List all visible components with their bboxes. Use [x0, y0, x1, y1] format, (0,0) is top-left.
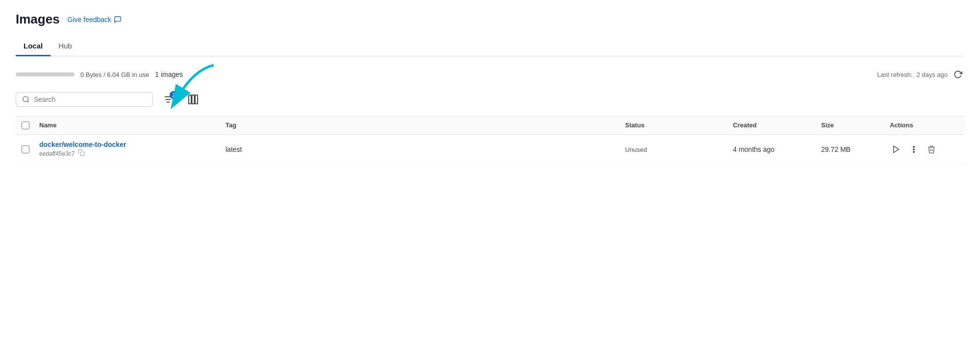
tabs-container: Local Hub [16, 37, 964, 56]
header-actions: Actions [886, 121, 964, 129]
svg-rect-6 [192, 95, 195, 104]
image-id: eedaff45e3c7 [39, 150, 75, 157]
images-count: 1 images [155, 71, 183, 78]
image-name-link[interactable]: docker/welcome-to-docker [39, 141, 126, 148]
feedback-label: Give feedback [68, 16, 112, 24]
images-table: Name Tag Status Created Size Actions doc… [16, 116, 964, 164]
row-created-cell: 4 months ago [729, 145, 817, 153]
svg-line-1 [27, 101, 29, 102]
row-actions-cell [886, 143, 964, 156]
columns-button[interactable] [183, 91, 203, 108]
trash-icon [927, 145, 936, 154]
row-size-cell: 29.72 MB [817, 145, 886, 153]
row-status-cell: Unused [621, 145, 729, 153]
table-row: docker/welcome-to-docker eedaff45e3c7 la… [16, 135, 964, 164]
storage-bar [16, 72, 75, 76]
play-icon [892, 145, 901, 154]
refresh-icon [954, 70, 962, 79]
search-box[interactable] [16, 92, 153, 107]
svg-point-11 [913, 146, 914, 147]
storage-info: 0 Bytes / 6.04 GB in use 1 images [16, 71, 183, 78]
header-size: Size [817, 121, 886, 129]
svg-rect-5 [189, 95, 191, 104]
search-filter-row: 2 [16, 91, 964, 108]
header-tag: Tag [222, 121, 621, 129]
last-refresh-value: 2 days ago [916, 71, 948, 78]
row-checkbox-cell[interactable] [16, 145, 35, 153]
select-all-checkbox[interactable] [22, 121, 29, 129]
last-refresh-label: Last refresh: [877, 71, 912, 78]
header-created: Created [729, 121, 817, 129]
search-icon [22, 95, 30, 103]
storage-text: 0 Bytes / 6.04 GB in use [80, 71, 149, 78]
page-title: Images [16, 12, 60, 27]
filter-badge: 2 [170, 91, 177, 99]
svg-point-13 [913, 151, 914, 152]
last-refresh: Last refresh: 2 days ago [877, 68, 964, 81]
more-options-button[interactable] [907, 143, 920, 156]
refresh-button[interactable] [952, 68, 964, 81]
columns-icon [187, 94, 199, 105]
svg-rect-7 [195, 95, 198, 104]
toolbar-top: 0 Bytes / 6.04 GB in use 1 images Last r… [16, 68, 964, 81]
svg-rect-9 [80, 152, 84, 156]
row-name-cell: docker/welcome-to-docker eedaff45e3c7 [35, 141, 222, 158]
header-status: Status [621, 121, 729, 129]
delete-button[interactable] [925, 143, 938, 156]
more-vertical-icon [909, 145, 918, 154]
tab-hub[interactable]: Hub [50, 37, 80, 56]
svg-marker-10 [894, 146, 899, 153]
header-name: Name [35, 121, 222, 129]
filter-button[interactable]: 2 [159, 91, 177, 108]
copy-icon[interactable] [78, 149, 85, 158]
image-id-row: eedaff45e3c7 [39, 149, 218, 158]
svg-point-0 [23, 96, 28, 102]
header-checkbox[interactable] [16, 121, 35, 129]
row-checkbox[interactable] [22, 145, 29, 153]
search-input[interactable] [34, 95, 147, 103]
status-badge: Unused [625, 146, 647, 153]
run-button[interactable] [890, 143, 903, 156]
feedback-link[interactable]: Give feedback [68, 16, 122, 24]
feedback-icon [114, 16, 122, 24]
tab-local[interactable]: Local [16, 37, 50, 56]
table-header: Name Tag Status Created Size Actions [16, 116, 964, 135]
row-tag-cell: latest [222, 145, 621, 153]
svg-point-12 [913, 148, 914, 149]
